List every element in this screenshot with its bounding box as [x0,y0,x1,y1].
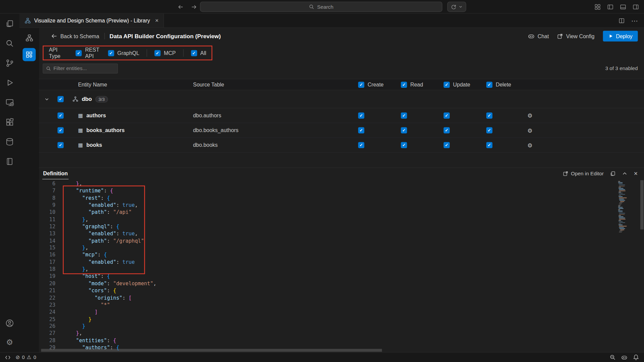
designer-toolbar [19,28,39,352]
back-to-schema-button[interactable]: Back to Schema [51,33,99,40]
api-option-checkbox[interactable] [191,50,197,56]
op-checkbox[interactable] [443,127,449,133]
toggle-primary-sidebar-icon[interactable] [607,3,614,10]
line-number: 27 [39,330,55,337]
line-number: 15 [39,244,55,251]
table-icon: ▦ [78,128,83,133]
tab-visualize-design-schema[interactable]: Visualize and Design Schema (Preview) - … [19,13,164,27]
account-icon[interactable] [0,314,19,333]
filter-entities-box[interactable] [43,64,118,73]
toggle-panel-icon[interactable] [620,3,627,10]
op-checkbox[interactable] [443,142,449,148]
row-select-checkbox[interactable] [57,113,63,119]
op-checkbox[interactable] [443,113,449,119]
group-expand-chevron[interactable] [39,97,55,102]
code-text: }, [70,180,82,187]
op-header-label: Delete [496,81,511,87]
explorer-icon[interactable] [0,13,19,33]
code-text: }, [70,216,88,223]
op-checkbox[interactable] [401,142,407,148]
remote-explorer-icon[interactable] [0,93,19,112]
definition-panel-header: Definition Open in Editor ✕ [39,168,644,179]
database-icon[interactable] [0,132,19,152]
api-option-checkbox[interactable] [108,50,114,56]
search-view-icon[interactable] [0,33,19,53]
copy-icon[interactable] [610,171,615,176]
entity-name-header: Entity Name [70,81,191,87]
session-dropdown-button[interactable] [447,2,466,12]
op-checkbox[interactable] [358,127,364,133]
op-select-all-checkbox[interactable] [443,81,449,87]
activity-bar-bottom: ⚙ [0,314,19,352]
entity-settings-gear-icon[interactable]: ⚙ [527,142,532,148]
settings-gear-icon[interactable]: ⚙ [0,333,19,351]
definition-tab[interactable]: Definition [42,168,68,179]
op-checkbox[interactable] [401,113,407,119]
row-select-checkbox[interactable] [57,142,63,148]
vertical-scrollbar[interactable] [640,179,644,348]
code-line: 22 "origins": [ [39,294,615,301]
open-in-editor-button[interactable]: Open in Editor [563,171,604,176]
op-select-all-checkbox[interactable] [486,81,492,87]
code-line: 27 }, [39,330,615,337]
code-text: "enabled": true, [70,230,138,237]
api-option-checkbox[interactable] [76,50,82,56]
tab-bar: Visualize and Design Schema (Preview) - … [19,13,644,28]
filter-entities-input[interactable] [53,66,114,71]
op-checkbox[interactable] [401,127,407,133]
entity-settings-gear-icon[interactable]: ⚙ [527,127,532,133]
source-control-icon[interactable] [0,53,19,73]
horizontal-scrollbar-thumb[interactable] [41,349,382,352]
notifications-bell-icon[interactable] [633,354,639,360]
op-checkbox[interactable] [486,113,492,119]
close-icon[interactable]: ✕ [155,18,159,23]
entity-settings-gear-icon[interactable]: ⚙ [527,113,532,118]
line-number: 25 [39,315,55,322]
chat-button[interactable]: Chat [528,33,549,40]
code-line: 17 "enabled": true [39,258,615,265]
op-checkbox[interactable] [358,142,364,148]
row-select-checkbox[interactable] [57,127,63,133]
api-option-graphql[interactable]: GraphQL [108,50,140,56]
close-panel-icon[interactable]: ✕ [634,171,638,176]
op-select-all-checkbox[interactable] [358,81,364,87]
deploy-button[interactable]: Deploy [603,31,638,42]
code-line: 8 "rest": { [39,194,615,201]
api-option-all[interactable]: All [191,50,206,56]
schema-designer-view-icon[interactable] [22,31,36,44]
line-number: 21 [39,287,55,294]
api-option-mcp[interactable]: MCP [154,50,176,56]
problems-indicator[interactable]: ⊘ 0 ⚠ 0 [16,354,36,360]
zoom-indicator-icon[interactable] [609,354,615,360]
more-actions-icon[interactable]: ⋯ [631,17,638,24]
run-debug-icon[interactable] [0,73,19,93]
back-label: Back to Schema [60,33,99,39]
code-text: }, [70,265,88,273]
toggle-secondary-sidebar-icon[interactable] [633,3,639,10]
activity-bar: ⚙ [0,13,19,352]
api-option-rest-api[interactable]: REST API [76,47,101,59]
back-nav-icon[interactable] [177,3,184,10]
horizontal-scrollbar[interactable] [39,348,615,352]
split-editor-icon[interactable] [619,17,625,23]
vertical-scrollbar-thumb[interactable] [640,180,644,230]
api-option-checkbox[interactable] [154,50,160,56]
view-config-button[interactable]: View Config [557,33,595,39]
group-select-checkbox[interactable] [57,96,63,102]
remote-indicator-icon[interactable] [5,354,11,360]
customize-layout-icon[interactable] [594,3,601,10]
extensions-icon[interactable] [0,112,19,132]
op-checkbox[interactable] [486,127,492,133]
op-checkbox[interactable] [358,113,364,119]
separator [183,49,183,57]
op-select-all-checkbox[interactable] [401,81,407,87]
object-explorer-icon[interactable] [0,152,19,171]
data-api-builder-view-icon[interactable] [22,48,36,61]
enabled-summary: 3 of 3 enabled [605,66,638,71]
command-center-search[interactable]: Search [200,2,442,12]
table-icon: ▦ [78,142,83,148]
collapse-panel-icon[interactable] [622,171,628,176]
op-checkbox[interactable] [486,142,492,148]
copilot-status-icon[interactable] [621,354,628,361]
forward-nav-icon[interactable] [191,3,197,10]
